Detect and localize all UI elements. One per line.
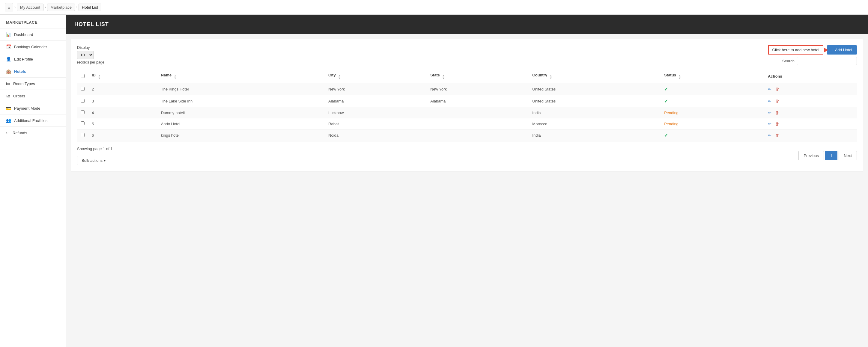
row-status: ✔ <box>660 129 764 141</box>
breadcrumb-hotel-list: Hotel List <box>79 4 101 11</box>
row-state: New York <box>427 83 529 95</box>
row-city: Lucknow <box>325 107 427 118</box>
row-actions: ✏ 🗑 <box>764 129 857 141</box>
row-status: Pending <box>660 107 764 118</box>
home-icon[interactable]: ⌂ <box>5 3 13 11</box>
sidebar-item-payment-mode[interactable]: 💳 Payment Mode <box>0 102 66 115</box>
sidebar-item-orders[interactable]: 🗂 Orders <box>0 90 66 102</box>
delete-icon[interactable]: 🗑 <box>775 121 779 126</box>
main-content: HOTEL LIST Display 10 25 50 records per … <box>66 15 868 347</box>
row-checkbox-cell <box>77 95 88 107</box>
row-city: Rabat <box>325 118 427 129</box>
th-actions: Actions <box>764 70 857 83</box>
orders-icon: 🗂 <box>6 94 10 98</box>
previous-button[interactable]: Previous <box>799 151 824 160</box>
row-id: 5 <box>88 118 157 129</box>
bulk-actions-button[interactable]: Bulk actions ▾ <box>77 156 110 165</box>
row-id: 3 <box>88 95 157 107</box>
facilities-icon: 👥 <box>6 118 11 123</box>
row-name: Dummy hotell <box>157 107 325 118</box>
select-all-checkbox[interactable] <box>81 74 85 78</box>
row-state: Alabama <box>427 95 529 107</box>
breadcrumb-sep-1: › <box>14 5 16 9</box>
bulk-actions-label: Bulk actions <box>82 158 102 163</box>
sidebar-item-room-types[interactable]: 🛏 Room Types <box>0 77 66 90</box>
display-control: Display 10 25 50 records per page <box>77 45 104 64</box>
row-checkbox[interactable] <box>81 99 85 103</box>
breadcrumb-my-account[interactable]: My Account <box>17 4 43 11</box>
dashboard-icon: 📊 <box>6 32 11 37</box>
delete-icon[interactable]: 🗑 <box>775 99 779 104</box>
row-checkbox-cell <box>77 83 88 95</box>
sidebar: MARKETPLACE 📊 Dashboard 📅 Bookings Calen… <box>0 15 66 347</box>
delete-icon[interactable]: 🗑 <box>775 87 779 92</box>
row-country: United States <box>529 95 660 107</box>
row-checkbox[interactable] <box>81 133 85 137</box>
bulk-actions-caret: ▾ <box>104 158 106 163</box>
th-city: City ▲▼ <box>325 70 427 83</box>
records-per-page-label: records per page <box>77 60 104 64</box>
row-actions: ✏ 🗑 <box>764 83 857 95</box>
right-controls: Click here to add new hotel + Add Hotel … <box>768 45 857 65</box>
row-checkbox[interactable] <box>81 110 85 114</box>
display-label: Display <box>77 45 104 50</box>
row-name: The Kings Hotel <box>157 83 325 95</box>
next-button[interactable]: Next <box>839 151 857 160</box>
sidebar-item-refunds[interactable]: ↩ Refunds <box>0 127 66 139</box>
add-hotel-hint: Click here to add new hotel <box>768 45 824 55</box>
sidebar-label-refunds: Refunds <box>12 131 27 135</box>
th-id: ID ▲▼ <box>88 70 157 83</box>
bottom-controls: Showing page 1 of 1 Bulk actions ▾ Previ… <box>77 146 857 165</box>
add-hotel-button[interactable]: + Add Hotel <box>827 45 857 55</box>
row-country: United States <box>529 83 660 95</box>
breadcrumb: ⌂ › My Account › Marketplace › Hotel Lis… <box>0 0 868 15</box>
row-country: Morocco <box>529 118 660 129</box>
row-city: New York <box>325 83 427 95</box>
records-per-page-select[interactable]: 10 25 50 <box>77 51 94 59</box>
sidebar-label-bookings-calendar: Bookings Calender <box>14 45 47 49</box>
row-checkbox[interactable] <box>81 87 85 91</box>
row-actions: ✏ 🗑 <box>764 95 857 107</box>
edit-icon[interactable]: ✏ <box>768 121 771 126</box>
status-active-icon: ✔ <box>664 99 668 104</box>
row-status: ✔ <box>660 95 764 107</box>
sidebar-label-hotels: Hotels <box>14 69 26 74</box>
row-id: 2 <box>88 83 157 95</box>
sidebar-item-edit-profile[interactable]: 👤 Edit Profile <box>0 53 66 65</box>
breadcrumb-sep-3: › <box>76 5 78 9</box>
sidebar-label-orders: Orders <box>13 94 25 98</box>
page-header: HOTEL LIST <box>66 15 868 34</box>
top-controls: Display 10 25 50 records per page Click … <box>77 45 857 65</box>
th-country: Country ▲▼ <box>529 70 660 83</box>
row-name: kings hotel <box>157 129 325 141</box>
sidebar-item-bookings-calendar[interactable]: 📅 Bookings Calender <box>0 41 66 53</box>
row-name: The Lake Side Inn <box>157 95 325 107</box>
row-checkbox[interactable] <box>81 121 85 125</box>
th-status: Status ▲▼ <box>660 70 764 83</box>
status-pending-label: Pending <box>664 111 679 115</box>
row-checkbox-cell <box>77 107 88 118</box>
delete-icon[interactable]: 🗑 <box>775 110 779 115</box>
search-row: Search <box>782 57 857 65</box>
search-input[interactable] <box>797 57 857 65</box>
edit-icon[interactable]: ✏ <box>768 99 771 104</box>
table-row: 6 kings hotel Noida India ✔ ✏ 🗑 <box>77 129 857 141</box>
table-row: 4 Dummy hotell Lucknow India Pending ✏ 🗑 <box>77 107 857 118</box>
edit-icon[interactable]: ✏ <box>768 87 771 92</box>
sidebar-item-hotels[interactable]: 🏨 Hotels <box>0 65 66 77</box>
page-1-button[interactable]: 1 <box>825 151 837 160</box>
row-id: 4 <box>88 107 157 118</box>
row-name: Ando Hotel <box>157 118 325 129</box>
room-types-icon: 🛏 <box>6 81 10 86</box>
breadcrumb-sep-2: › <box>45 5 46 9</box>
edit-icon[interactable]: ✏ <box>768 133 771 138</box>
sidebar-item-dashboard[interactable]: 📊 Dashboard <box>0 28 66 41</box>
edit-icon[interactable]: ✏ <box>768 110 771 115</box>
delete-icon[interactable]: 🗑 <box>775 133 779 138</box>
th-state: State ▲▼ <box>427 70 529 83</box>
sidebar-item-additional-facilities[interactable]: 👥 Additional Facilities <box>0 115 66 127</box>
th-checkbox <box>77 70 88 83</box>
profile-icon: 👤 <box>6 57 11 61</box>
hotels-table: ID ▲▼ Name ▲▼ City ▲▼ State ▲▼ Country ▲ <box>77 70 857 141</box>
breadcrumb-marketplace[interactable]: Marketplace <box>47 4 75 11</box>
